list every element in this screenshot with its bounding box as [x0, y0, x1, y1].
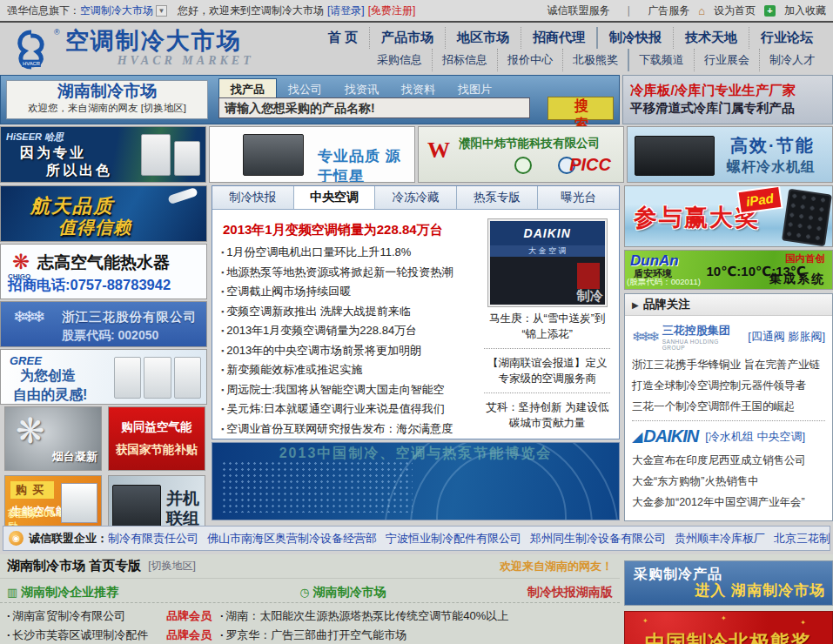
zhongwei-banner[interactable]: W 濮阳中炜节能科技有限公司 PICC [418, 126, 624, 183]
nav-expos[interactable]: 行业展会 [695, 49, 760, 71]
region-welcome[interactable]: 欢迎您，来自湖南的网友 [切换地区] [7, 102, 207, 115]
news-tab-exposure[interactable]: 曝光台 [538, 186, 619, 209]
side-news-item[interactable]: 【湖南联谊会报道】定义专家级的空调服务商 [482, 355, 612, 386]
topbar-prefix: 强华信息旗下： [7, 3, 80, 18]
news-item[interactable]: 2013年的中央空调市场前景将更加明朗 [221, 341, 476, 361]
brand-news-item[interactable]: 三花一个制冷空调部件王国的崛起 [632, 396, 825, 417]
daikin-tags[interactable]: [冷水机组 中央空调] [705, 429, 805, 445]
nav-agency[interactable]: 招商代理 [521, 27, 598, 49]
nav-home[interactable]: 首 页 [317, 27, 370, 49]
gree-ad[interactable]: GREE 为您创造 自由的灵感! [0, 349, 207, 405]
picc-logo: PICC [569, 155, 611, 175]
news-tab-express[interactable]: 制冷快报 [212, 186, 294, 209]
alliance-service-link[interactable]: 诚信联盟服务 [547, 3, 609, 18]
nav-purchase-info[interactable]: 采购信息 [367, 49, 433, 71]
nav-bid-info[interactable]: 招标信息 [433, 49, 498, 71]
register-link[interactable]: [免费注册] [368, 3, 416, 18]
news-item[interactable]: 周远院士:我国将从智能空调大国走向智能空 [221, 380, 476, 400]
nav-quote-center[interactable]: 报价中心 [498, 49, 563, 71]
site-name: 空调制冷大市场 [65, 28, 254, 54]
member-badge[interactable]: 品牌会员 [166, 607, 212, 626]
tongyi-subsidy-ad[interactable]: 购同益空气能 获国家节能补贴 [108, 406, 205, 471]
nav-tech[interactable]: 技术天地 [674, 27, 749, 49]
brand-news-item[interactable]: 大金“东方购物”火热销售中 [632, 471, 825, 492]
polar-bear-award-banner[interactable]: ✦ ✦ ✦ 中国制冷北极熊奖 [624, 611, 833, 644]
site-logo[interactable]: HVACR ® 空调制冷大市场 HVACR MARKET [9, 28, 254, 71]
daikin-brand[interactable]: DAIKIN [643, 426, 698, 446]
dunan-ad[interactable]: DunAn 盾安环境 (股票代码：002011) 国内首创 10℃:10℃:13… [624, 250, 833, 290]
brand-news-item[interactable]: 大金宣布在印度尼西亚成立销售公司 [632, 450, 825, 471]
chigo-ad[interactable]: ❋ CHIGO 志高空气能热水器 招商电话:0757-88783942 [0, 244, 207, 299]
nav-polar-bear-award[interactable]: 北极熊奖 [563, 49, 629, 71]
haise-brand: HiSEER 哈思 [6, 131, 64, 144]
company-name[interactable]: 湖南富贸制冷有限公司 [12, 607, 125, 626]
site-select-link[interactable]: 空调制冷大市场 [80, 3, 153, 18]
yantai-ningxin-ad[interactable]: ❋ 烟台凝新 [4, 406, 102, 471]
news-item[interactable]: 空调截止阀市场持续回暖 [221, 282, 476, 302]
chevron-down-icon[interactable]: ▼ [156, 5, 167, 17]
daikin-store-photo[interactable]: DAIKIN 大 金 空 调 制冷 [487, 218, 608, 307]
alliance-company[interactable]: 制冷有限责任公司 [108, 531, 198, 547]
company-name[interactable]: 长沙市芙蓉区诚理制冷配件 [12, 626, 148, 644]
expo-banner[interactable]: 2013中国制冷、空调与热泵节能博览会 [212, 442, 620, 520]
news-tab-central-ac[interactable]: 中央空调 [294, 186, 376, 209]
search-band: 湖南制冷市场 欢迎您，来自湖南的网友 [切换地区] 找产品 找公司 找资讯 找资… [0, 75, 620, 124]
hengxing-banner[interactable]: 专业品质 源于恒星 [209, 126, 415, 183]
brand-news-item[interactable]: 大金参加“2012年中国空调产业年会” [632, 492, 825, 513]
alliance-company[interactable]: 贵州顺丰冷库板厂 [675, 531, 765, 547]
regional-col3-header[interactable]: 制冷快报湖南版 [527, 585, 613, 600]
alliance-company[interactable]: 北京三花制冷设备有限责任... [774, 531, 830, 547]
news-item[interactable]: 新变频能效标准或推迟实施 [221, 360, 476, 380]
nav-downloads[interactable]: 下载频道 [629, 49, 695, 71]
news-item[interactable]: 地源热泵等地热资源或将掀起新一轮投资热潮 [221, 263, 476, 283]
ad-caption: 并机 联组 [166, 488, 199, 528]
sanhua-stock-ad[interactable]: ❄❄❄ 浙江三花股份有限公司 股票代码: 002050 [0, 301, 207, 347]
nav-regions[interactable]: 地区市场 [446, 27, 521, 49]
news-item[interactable]: 变频空调新政推出 洗牌大战提前来临 [221, 302, 476, 322]
news-item[interactable]: 2013年1月变频空调销量为228.84万台 [221, 321, 476, 341]
search-button[interactable]: 搜 索 [547, 97, 614, 120]
news-headline[interactable]: 2013年1月变频空调销量为228.84万台 [223, 222, 476, 238]
search-input[interactable] [218, 97, 530, 118]
login-link[interactable]: [请登录] [327, 3, 365, 18]
alliance-company[interactable]: 郑州同生制冷设备有限公司 [530, 531, 666, 547]
region-title[interactable]: 湖南制冷市场 [7, 81, 207, 102]
sanhua-brand[interactable]: 三花控股集团 SANHUA HOLDING GROUP [662, 323, 741, 351]
ipad-prize-ad[interactable]: 参与赢大奖 iPad [624, 185, 833, 247]
regional-col2-header[interactable]: ◷ 湖南制冷市场 [299, 585, 386, 600]
ad-service-link[interactable]: 广告服务 [648, 3, 689, 18]
screw-chiller-banner[interactable]: 高效·节能 螺杆冷水机组 [627, 126, 833, 183]
news-tab-freezing[interactable]: 冷冻冷藏 [375, 186, 457, 209]
nav-forum[interactable]: 行业论坛 [749, 27, 824, 49]
news-item[interactable]: 1月份空调电机出口量环比上升11.8% [221, 243, 476, 263]
ad-line1: 志高空气能热水器 [37, 252, 170, 274]
alliance-company[interactable]: 佛山市南海区奥营制冷设备经营部 [207, 531, 377, 547]
news-item[interactable]: 空调业首份互联网研究报告发布：海尔满意度 [221, 419, 476, 439]
side-news-item[interactable]: 艾科：坚持创新 为建设低碳城市贡献力量 [482, 399, 612, 431]
alliance-company[interactable]: 宁波恒业制冷配件有限公司 [386, 531, 521, 547]
haise-banner[interactable]: HiSEER 哈思 因为专业 所以出色 [0, 126, 206, 183]
regional-col1-header[interactable]: ▥ 湖南制冷企业推荐 [7, 585, 118, 600]
buy-products-banner[interactable]: 采购制冷产品 进入 湖南制冷市场 [624, 560, 833, 606]
sanhua-tags[interactable]: [四通阀 膨胀阀] [748, 329, 825, 345]
aerospace-quality-ad[interactable]: 航天品质 值得信赖 [0, 185, 207, 242]
coldroom-ad-banner[interactable]: 冷库板/冷库门专业生产厂家 平移滑道式冷库门属专利产品 [622, 75, 833, 124]
photo-caption[interactable]: 马生庚：从“雪中送炭”到“锦上添花” [482, 311, 612, 342]
add-favorite-icon: + [764, 5, 776, 17]
news-tab-heatpump[interactable]: 热泵专版 [457, 186, 539, 209]
regional-news-item[interactable]: 湖南：太阳能次生源热源塔热泵比传统空调节能40%以上 [220, 607, 613, 626]
switch-region-link[interactable]: [切换地区] [148, 559, 196, 574]
nav-jobs[interactable]: 制冷人才 [760, 49, 824, 71]
regional-news-item[interactable]: 罗京华：广告三部曲打开空气能市场 [220, 626, 613, 644]
member-badge[interactable]: 品牌会员 [166, 626, 212, 644]
brand-news-item[interactable]: 打造全球制冷空调控制元器件领导者 [632, 375, 825, 396]
banner-row: HiSEER 哈思 因为专业 所以出色 专业品质 源于恒星 W 濮阳中炜节能科技… [0, 126, 833, 183]
brand-news-item[interactable]: 浙江三花携手华锋铜业 旨在完善产业链 [632, 354, 825, 375]
set-home-link[interactable]: 设为首页 [714, 3, 756, 18]
brand-focus-box: ▶品牌关注 ❄❄❄ 三花控股集团 SANHUA HOLDING GROUP [四… [624, 293, 833, 521]
nav-news[interactable]: 制冷快报 [598, 27, 674, 49]
nav-products[interactable]: 产品市场 [370, 27, 446, 49]
add-favorite-link[interactable]: 加入收藏 [784, 3, 826, 18]
news-item[interactable]: 吴元炜:日本就暖通空调行业来说是值得我们 [221, 399, 476, 419]
company-row: 长沙市芙蓉区诚理制冷配件 品牌会员 [7, 626, 220, 644]
